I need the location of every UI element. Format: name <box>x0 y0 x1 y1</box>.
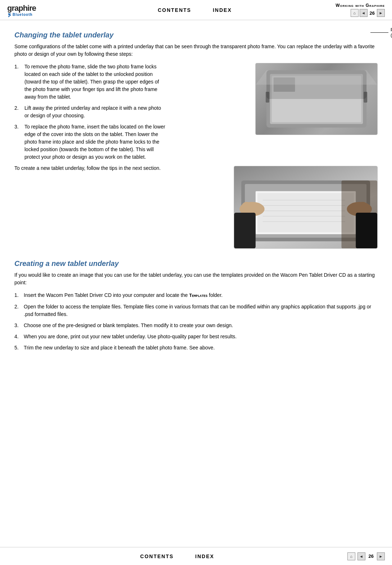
section-changing-underlay: Changing the tablet underlay Some config… <box>14 31 378 249</box>
svg-marker-8 <box>256 70 377 85</box>
lock-label-line2: (one on each side). <box>391 32 392 38</box>
header-contents-link[interactable]: Contents <box>158 7 191 13</box>
bluetooth-icon <box>7 12 12 17</box>
prev-button[interactable]: ◄ <box>360 9 368 17</box>
navigation-icons: ⌂ ◄ 26 ► <box>351 9 385 17</box>
svg-rect-24 <box>356 213 377 249</box>
graphire-logo: graphire Bluetooth <box>7 3 47 17</box>
logo-area: graphire Bluetooth <box>7 3 54 17</box>
svg-text:graphire: graphire <box>7 4 36 13</box>
header-right: Working with Graphire ⌂ ◄ 26 ► <box>336 3 385 17</box>
page-footer: Contents Index ⌂ ◄ 26 ► <box>0 547 392 565</box>
footer-page-number: 26 <box>369 553 374 559</box>
top-image-container: Photo frame lock (one on each side). <box>255 63 378 139</box>
tablet-image-svg <box>256 63 377 135</box>
s2-step-4: 4. When you are done, print out your new… <box>14 333 378 340</box>
photo-lock-label: Photo frame lock (one on each side). <box>370 27 392 38</box>
working-title: Working with Graphire <box>336 3 385 8</box>
footer-nav: Contents Index <box>7 553 347 559</box>
step-1: 1. To remove the photo frame, slide the … <box>14 63 165 101</box>
footer-nav-icons: ⌂ ◄ 26 ► <box>347 552 385 560</box>
main-content: Changing the tablet underlay Some config… <box>0 20 392 362</box>
also-text: To create a new tablet underlay, follow … <box>14 164 165 172</box>
s2-step-2: 2. Open the folder to access the templat… <box>14 303 378 318</box>
header-nav: Contents Index <box>54 7 336 13</box>
logo-svg: graphire <box>7 3 47 13</box>
step-3: 3. To replace the photo frame, insert th… <box>14 123 165 161</box>
right-images: Photo frame lock (one on each side). <box>173 63 378 249</box>
steps-list: 1. To remove the photo frame, slide the … <box>14 63 165 161</box>
lock-line <box>370 32 388 33</box>
header-index-link[interactable]: Index <box>213 7 232 13</box>
svg-rect-12 <box>257 193 354 232</box>
svg-rect-23 <box>234 213 256 249</box>
footer-home-button[interactable]: ⌂ <box>347 552 355 560</box>
tablet-underlay-image <box>234 166 378 249</box>
footer-next-button[interactable]: ► <box>377 552 385 560</box>
page-header: graphire Bluetooth Contents Index Workin… <box>0 0 392 20</box>
hands-image-svg <box>234 166 377 249</box>
footer-contents-link[interactable]: Contents <box>140 553 174 559</box>
section2-steps-list: 1. Insert the Wacom Pen Tablet Driver CD… <box>14 291 378 352</box>
step-2: 2. Lift away the printed underlay and re… <box>14 104 165 119</box>
bluetooth-label: Bluetooth <box>13 13 33 17</box>
footer-prev-button[interactable]: ◄ <box>357 552 365 560</box>
section2-intro: If you would like to create an image tha… <box>14 271 378 286</box>
tablet-photo-frame-image <box>255 63 378 135</box>
two-column-layout: 1. To remove the photo frame, slide the … <box>14 63 378 249</box>
images-column: Photo frame lock (one on each side). <box>173 63 378 249</box>
section2-title: Creating a new tablet underlay <box>14 259 378 268</box>
footer-index-link[interactable]: Index <box>195 553 214 559</box>
s2-step-5: 5. Trim the new underlay to size and pla… <box>14 344 378 352</box>
home-button[interactable]: ⌂ <box>351 9 359 17</box>
section1-intro: Some configurations of the tablet come w… <box>14 43 378 58</box>
steps-column: 1. To remove the photo frame, slide the … <box>14 63 165 249</box>
section-creating-underlay: Creating a new tablet underlay If you wo… <box>14 259 378 352</box>
next-button[interactable]: ► <box>377 9 385 17</box>
page-number: 26 <box>370 10 375 16</box>
section1-title: Changing the tablet underlay <box>14 31 378 39</box>
s2-step-1: 1. Insert the Wacom Pen Tablet Driver CD… <box>14 291 378 299</box>
lock-label-line1: Photo frame lock <box>391 27 392 32</box>
s2-step-3: 3. Choose one of the pre-designed or bla… <box>14 322 378 329</box>
